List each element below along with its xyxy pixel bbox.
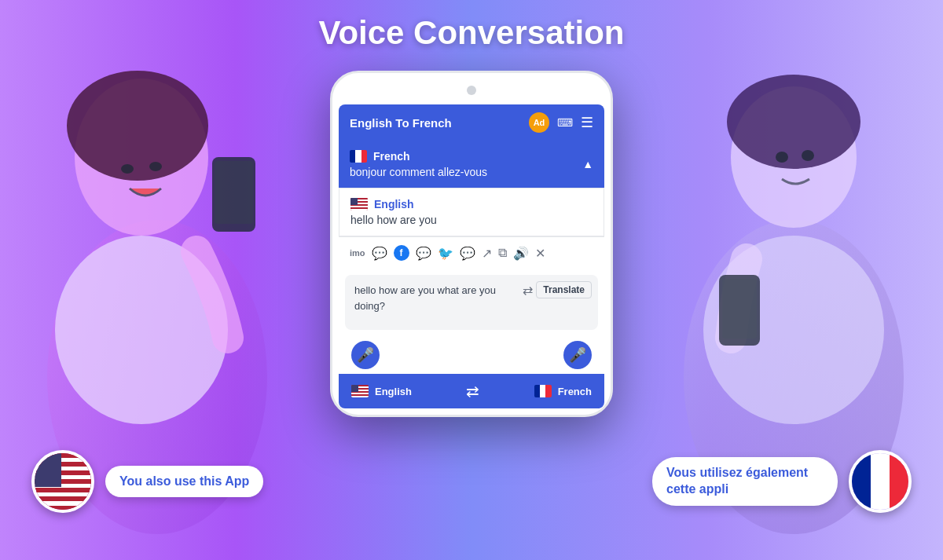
phone-mockup: English To French Ad ⌨ ☰ French ▲ bonjou… xyxy=(330,71,613,417)
english-lang-row: English xyxy=(350,198,593,210)
app-header: English To French Ad ⌨ ☰ xyxy=(339,104,604,141)
french-translation-text: bonjour comment allez-vous xyxy=(350,166,593,178)
french-translation-section: French ▲ bonjour comment allez-vous xyxy=(339,141,604,188)
sms-icon[interactable]: 💬 xyxy=(460,246,475,261)
input-area: ⇄ Translate hello how are you what are y… xyxy=(345,275,598,330)
fr-flag-design xyxy=(852,453,908,510)
svg-point-15 xyxy=(802,150,814,161)
source-lang-flag xyxy=(351,385,369,397)
english-flag xyxy=(350,198,368,210)
phone-body: English To French Ad ⌨ ☰ French ▲ bonjou… xyxy=(330,71,613,417)
target-lang-item: French xyxy=(534,385,592,397)
facebook-icon[interactable]: f xyxy=(394,245,409,261)
svg-point-10 xyxy=(727,75,860,169)
french-flag xyxy=(350,150,367,163)
header-icons-group: Ad ⌨ ☰ xyxy=(529,112,593,133)
left-badge-bubble: You also use this App xyxy=(105,466,263,498)
translate-button[interactable]: Translate xyxy=(536,281,592,298)
svg-rect-13 xyxy=(722,279,757,339)
language-bar: English ⇄ French xyxy=(339,374,604,408)
share-icon[interactable]: ↗ xyxy=(482,246,492,261)
french-lang-row: French ▲ xyxy=(350,150,593,163)
background: Voice Conversation English To French Ad … xyxy=(0,0,943,560)
svg-rect-5 xyxy=(215,161,253,224)
us-flag-design xyxy=(35,453,91,510)
right-mic-button[interactable]: 🎤 xyxy=(563,341,592,369)
right-badge-bubble: Vous utilisez également cette appli xyxy=(652,457,838,506)
translate-button-group: ⇄ Translate xyxy=(523,281,592,298)
us-flag-circle xyxy=(31,450,94,513)
left-badge: You also use this App xyxy=(31,450,263,513)
french-lang-label: French xyxy=(373,150,410,163)
mic-row: 🎤 🎤 xyxy=(339,336,604,374)
phone-notch xyxy=(467,86,476,95)
whatsapp-icon[interactable]: 💬 xyxy=(372,246,387,261)
fr-flag-circle xyxy=(849,450,912,513)
svg-point-14 xyxy=(776,152,788,163)
app-header-title: English To French xyxy=(350,116,452,130)
right-mic-icon: 🎤 xyxy=(569,346,586,364)
english-source-section: English hello how are you xyxy=(339,188,604,236)
translate-swap-icon: ⇄ xyxy=(523,283,533,298)
swap-languages-button[interactable]: ⇄ xyxy=(466,382,479,401)
ad-badge: Ad xyxy=(529,112,549,133)
keyboard-icon[interactable]: ⌨ xyxy=(557,116,573,129)
english-source-text: hello how are you xyxy=(350,214,593,226)
right-badge-text: Vous utilisez également cette appli xyxy=(666,465,824,498)
source-lang-item: English xyxy=(351,385,412,397)
english-lang-label: English xyxy=(374,198,414,210)
close-icon[interactable]: ✕ xyxy=(535,246,545,261)
svg-point-7 xyxy=(149,162,162,171)
left-mic-button[interactable]: 🎤 xyxy=(351,341,380,369)
imo-icon[interactable]: imo xyxy=(350,248,365,258)
svg-point-6 xyxy=(121,164,134,174)
page-title: Voice Conversation xyxy=(319,14,625,52)
speaker-icon[interactable]: 🔊 xyxy=(513,246,529,261)
messenger-icon[interactable]: 💬 xyxy=(416,246,431,261)
target-lang-label: French xyxy=(558,386,592,397)
right-badge: Vous utilisez également cette appli xyxy=(652,450,912,513)
collapse-arrow[interactable]: ▲ xyxy=(582,158,593,170)
target-lang-flag xyxy=(534,385,552,397)
svg-point-2 xyxy=(67,71,208,181)
source-lang-label: English xyxy=(375,386,412,397)
copy-icon[interactable]: ⧉ xyxy=(498,246,507,260)
left-mic-icon: 🎤 xyxy=(357,346,374,364)
twitter-icon[interactable]: 🐦 xyxy=(438,246,453,261)
left-badge-text: You also use this App xyxy=(119,474,249,490)
action-bar: imo 💬 f 💬 🐦 💬 ↗ ⧉ 🔊 ✕ xyxy=(339,236,604,269)
menu-icon[interactable]: ☰ xyxy=(581,114,593,131)
